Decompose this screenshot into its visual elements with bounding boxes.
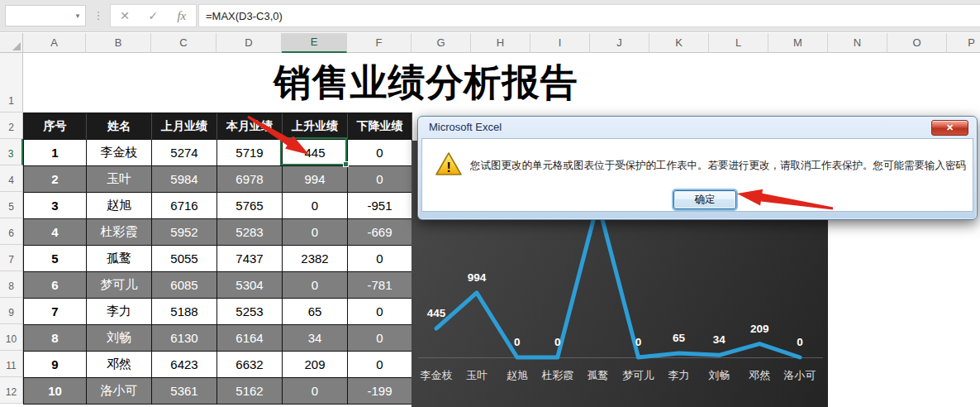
table-cell[interactable]: 邓然 [87, 352, 152, 378]
row-header-3[interactable]: 3 [0, 139, 23, 165]
table-cell[interactable]: 6978 [217, 166, 283, 193]
table-cell[interactable]: 赵旭 [87, 193, 152, 219]
fill-handle[interactable] [343, 161, 349, 167]
table-header-cell[interactable]: 上升业绩 [283, 113, 348, 140]
column-header-O[interactable]: O [887, 33, 947, 53]
table-cell[interactable]: 1 [24, 140, 87, 166]
table-cell[interactable]: 5274 [152, 140, 217, 166]
ok-button[interactable]: 确定 [673, 190, 736, 209]
cancel-icon[interactable]: ✕ [112, 5, 137, 26]
table-cell[interactable]: 6716 [152, 193, 217, 219]
table-cell[interactable]: 6 [24, 272, 87, 299]
table-cell[interactable]: 5283 [217, 219, 283, 246]
table-cell[interactable]: 0 [348, 299, 412, 325]
table-cell[interactable]: 梦可儿 [87, 272, 152, 299]
table-cell[interactable]: 6164 [217, 325, 283, 352]
column-header-K[interactable]: K [649, 33, 709, 53]
table-cell[interactable]: 5304 [217, 272, 283, 299]
table-cell[interactable]: 3 [24, 193, 87, 219]
close-icon[interactable]: ✕ [931, 120, 968, 136]
table-cell[interactable]: 0 [348, 140, 412, 166]
row-header-5[interactable]: 5 [0, 192, 23, 218]
table-cell[interactable]: 7 [24, 299, 87, 325]
table-header-cell[interactable]: 下降业绩 [348, 113, 412, 140]
table-cell[interactable]: 0 [348, 352, 412, 378]
row-header-2[interactable]: 2 [0, 113, 23, 139]
table-cell[interactable]: 6130 [152, 325, 217, 352]
table-cell[interactable]: 6423 [152, 352, 217, 378]
row-header-12[interactable]: 12 [0, 377, 23, 404]
table-header-cell[interactable]: 姓名 [87, 113, 152, 140]
table-header-cell[interactable]: 本月业绩 [217, 113, 283, 140]
table-cell[interactable]: 6085 [152, 272, 217, 299]
table-cell[interactable]: 2 [24, 166, 87, 193]
column-header-M[interactable]: M [768, 33, 828, 53]
table-cell[interactable]: 0 [348, 325, 412, 352]
table-header-cell[interactable]: 上月业绩 [152, 113, 217, 140]
table-cell[interactable]: -781 [348, 272, 412, 299]
insert-function-icon[interactable]: fx [169, 5, 194, 26]
name-box-dropdown-icon[interactable]: ▾ [70, 12, 85, 20]
table-cell[interactable]: 0 [283, 219, 348, 246]
row-header-4[interactable]: 4 [0, 165, 23, 192]
table-cell[interactable]: 5952 [152, 219, 217, 246]
table-cell[interactable]: 6632 [217, 352, 283, 378]
name-box[interactable]: ▾ [5, 5, 86, 26]
dialog-titlebar[interactable]: Microsoft Excel ✕ [418, 117, 977, 138]
table-cell[interactable]: 7437 [217, 246, 283, 272]
column-header-I[interactable]: I [530, 33, 590, 53]
row-header-1[interactable]: 1 [0, 53, 23, 113]
formula-input[interactable]: =MAX(D3-C3,0) [198, 4, 980, 27]
table-cell[interactable]: 209 [283, 352, 348, 378]
row-header-9[interactable]: 9 [0, 298, 23, 324]
table-cell[interactable]: 5765 [217, 193, 283, 219]
table-cell[interactable]: 0 [283, 378, 348, 405]
column-header-H[interactable]: H [471, 33, 530, 53]
table-cell[interactable]: 994 [283, 166, 348, 193]
table-cell[interactable]: 0 [348, 166, 412, 193]
column-header-D[interactable]: D [216, 33, 282, 53]
table-cell[interactable]: 5984 [152, 166, 217, 193]
column-header-F[interactable]: F [347, 33, 412, 53]
table-cell[interactable]: 5361 [152, 378, 217, 405]
table-cell[interactable]: 5 [24, 246, 87, 272]
table-cell[interactable]: 0 [348, 246, 412, 272]
table-cell[interactable]: 0 [283, 272, 348, 299]
column-header-P[interactable]: P [947, 33, 980, 53]
column-header-L[interactable]: L [709, 33, 768, 53]
enter-icon[interactable]: ✓ [140, 5, 165, 26]
row-header-11[interactable]: 11 [0, 351, 23, 377]
table-cell[interactable]: 5055 [152, 246, 217, 272]
table-cell[interactable]: 5188 [152, 299, 217, 325]
table-cell[interactable]: -951 [348, 193, 412, 219]
table-cell[interactable]: 玉叶 [87, 166, 152, 193]
row-header-10[interactable]: 10 [0, 324, 23, 351]
select-all-corner[interactable] [0, 33, 23, 53]
table-cell[interactable]: 李力 [87, 299, 152, 325]
table-cell[interactable]: 8 [24, 325, 87, 352]
table-cell[interactable]: 9 [24, 352, 87, 378]
table-cell[interactable]: 10 [24, 378, 87, 405]
column-header-E[interactable]: E [282, 33, 347, 53]
table-cell[interactable]: 孤鹜 [87, 246, 152, 272]
column-header-N[interactable]: N [828, 33, 887, 53]
table-cell[interactable]: 0 [283, 193, 348, 219]
table-cell[interactable]: 34 [283, 325, 348, 352]
column-header-B[interactable]: B [86, 33, 151, 53]
table-cell[interactable]: 5253 [217, 299, 283, 325]
table-cell[interactable]: 5719 [217, 140, 283, 166]
table-cell[interactable]: 65 [283, 299, 348, 325]
column-header-J[interactable]: J [590, 33, 649, 53]
table-cell[interactable]: 李金枝 [87, 140, 152, 166]
table-cell[interactable]: 5162 [217, 378, 283, 405]
column-header-G[interactable]: G [412, 33, 471, 53]
row-header-7[interactable]: 7 [0, 245, 23, 271]
row-header-6[interactable]: 6 [0, 218, 23, 245]
row-header-8[interactable]: 8 [0, 271, 23, 298]
table-cell[interactable]: 杜彩霞 [87, 219, 152, 246]
table-header-cell[interactable]: 序号 [24, 113, 87, 140]
table-cell[interactable]: -669 [348, 219, 412, 246]
table-cell[interactable]: 2382 [283, 246, 348, 272]
column-header-A[interactable]: A [23, 33, 86, 53]
table-cell[interactable]: 刘畅 [87, 325, 152, 352]
